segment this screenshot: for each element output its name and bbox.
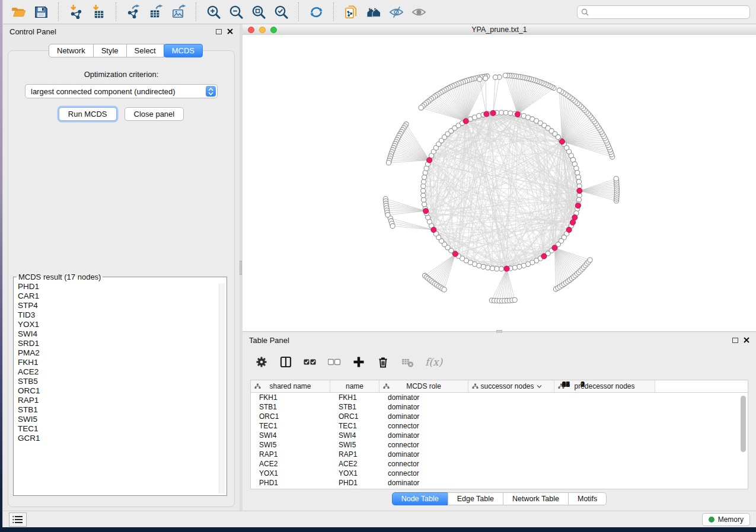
network-node[interactable]: [421, 188, 426, 193]
mcds-hub-node[interactable]: [504, 266, 509, 271]
show-eye-icon[interactable]: [409, 2, 429, 22]
mcds-hub-node[interactable]: [484, 111, 489, 117]
network-node[interactable]: [575, 171, 580, 175]
mcds-result-item[interactable]: FKH1: [18, 358, 227, 367]
network-node[interactable]: [499, 267, 503, 271]
mcds-hub-node[interactable]: [423, 209, 429, 214]
clone-network-icon[interactable]: [342, 2, 361, 22]
close-panel-icon[interactable]: [227, 28, 233, 34]
float-table-panel-icon[interactable]: [732, 338, 738, 343]
network-node[interactable]: [422, 175, 427, 180]
mcds-hub-node[interactable]: [490, 110, 496, 116]
run-mcds-button[interactable]: Run MCDS: [59, 107, 117, 121]
network-node[interactable]: [493, 75, 497, 79]
tab-select[interactable]: Select: [126, 44, 164, 57]
mcds-hub-node[interactable]: [577, 188, 582, 193]
close-panel-button[interactable]: Close panel: [125, 107, 184, 121]
network-node[interactable]: [503, 73, 508, 78]
refresh-icon[interactable]: [307, 2, 326, 22]
task-list-button[interactable]: [9, 512, 27, 527]
network-node[interactable]: [521, 263, 526, 268]
deselect-all-icon[interactable]: [328, 355, 341, 368]
mcds-result-item[interactable]: STB5: [18, 377, 227, 386]
network-node[interactable]: [419, 105, 423, 110]
table-scrollbar[interactable]: [740, 393, 747, 488]
mcds-result-item[interactable]: SRD1: [18, 339, 227, 348]
network-node[interactable]: [503, 110, 508, 115]
mcds-hub-node[interactable]: [515, 112, 520, 117]
network-node[interactable]: [385, 213, 390, 217]
tab-network[interactable]: Network: [49, 44, 94, 57]
network-node[interactable]: [614, 177, 618, 181]
choose-columns-icon[interactable]: [279, 355, 292, 368]
network-node[interactable]: [486, 265, 490, 270]
network-node[interactable]: [422, 202, 427, 207]
search-input[interactable]: [592, 7, 746, 17]
network-node[interactable]: [490, 266, 495, 271]
open-folder-icon[interactable]: [9, 2, 28, 22]
network-node[interactable]: [499, 110, 503, 115]
network-node[interactable]: [421, 180, 426, 184]
table-scrollbar-thumb[interactable]: [741, 396, 746, 452]
column-header-shared-name[interactable]: shared name: [251, 380, 330, 392]
zoom-selected-icon[interactable]: [272, 2, 291, 22]
network-view[interactable]: [243, 35, 756, 331]
criterion-select[interactable]: largest connected component (undirected): [25, 84, 218, 98]
network-node[interactable]: [512, 265, 517, 270]
hide-eye-icon[interactable]: [387, 2, 406, 22]
network-node[interactable]: [512, 297, 517, 302]
save-icon[interactable]: [31, 2, 51, 22]
network-node[interactable]: [495, 267, 499, 271]
mcds-result-item[interactable]: PMA2: [18, 348, 227, 358]
close-table-panel-icon[interactable]: [744, 337, 749, 343]
network-node[interactable]: [576, 180, 581, 184]
column-header-name[interactable]: name: [330, 380, 379, 392]
float-panel-icon[interactable]: [216, 29, 222, 34]
mcds-hub-node[interactable]: [431, 227, 436, 232]
network-node[interactable]: [477, 77, 482, 82]
mcds-hub-node[interactable]: [572, 215, 578, 220]
export-network-icon[interactable]: [124, 2, 143, 22]
mcds-result-item[interactable]: SWI5: [18, 415, 227, 424]
mcds-hub-node[interactable]: [541, 254, 547, 259]
select-all-icon[interactable]: [304, 355, 317, 368]
network-canvas[interactable]: [243, 35, 756, 331]
network-node[interactable]: [386, 161, 391, 165]
mcds-hub-node[interactable]: [575, 203, 580, 209]
import-network-icon[interactable]: [66, 2, 86, 22]
network-node[interactable]: [557, 88, 562, 92]
export-table-icon[interactable]: [146, 2, 166, 22]
table-row[interactable]: PHD1PHD1dominator180: [251, 478, 748, 488]
zoom-fit-icon[interactable]: [249, 2, 269, 22]
export-image-icon[interactable]: [169, 2, 189, 22]
network-node[interactable]: [421, 193, 426, 198]
network-node[interactable]: [421, 184, 426, 188]
mcds-list-scrollbar[interactable]: [219, 283, 225, 493]
mcds-result-item[interactable]: TID3: [18, 310, 227, 320]
splitter-grip[interactable]: [240, 261, 242, 275]
network-node[interactable]: [483, 76, 488, 81]
mcds-result-item[interactable]: YOX1: [18, 320, 227, 329]
network-node[interactable]: [588, 258, 592, 262]
mcds-hub-node[interactable]: [552, 245, 557, 251]
network-node[interactable]: [442, 287, 446, 292]
mcds-result-item[interactable]: ACE2: [18, 367, 227, 377]
mcds-result-item[interactable]: STB1: [18, 405, 227, 415]
tab-style[interactable]: Style: [93, 44, 127, 57]
network-node[interactable]: [421, 197, 426, 202]
mcds-result-item[interactable]: SWI4: [18, 329, 227, 339]
network-node[interactable]: [576, 175, 580, 180]
network-window-titlebar[interactable]: YPA_prune.txt_1: [243, 24, 756, 36]
mcds-result-item[interactable]: ORC1: [18, 386, 227, 396]
mcds-result-item[interactable]: TEC1: [18, 424, 227, 434]
tab-motifs[interactable]: Motifs: [568, 492, 607, 505]
mcds-hub-node[interactable]: [559, 139, 564, 144]
network-node[interactable]: [390, 223, 395, 228]
network-node[interactable]: [508, 111, 513, 116]
mcds-hub-node[interactable]: [452, 251, 458, 257]
mcds-result-item[interactable]: STP4: [18, 301, 227, 310]
column-header-mcds-role[interactable]: MCDS role: [379, 380, 468, 392]
mcds-result-item[interactable]: CAR1: [18, 291, 227, 301]
import-table-icon[interactable]: [89, 2, 109, 22]
zoom-out-icon[interactable]: [227, 2, 246, 22]
